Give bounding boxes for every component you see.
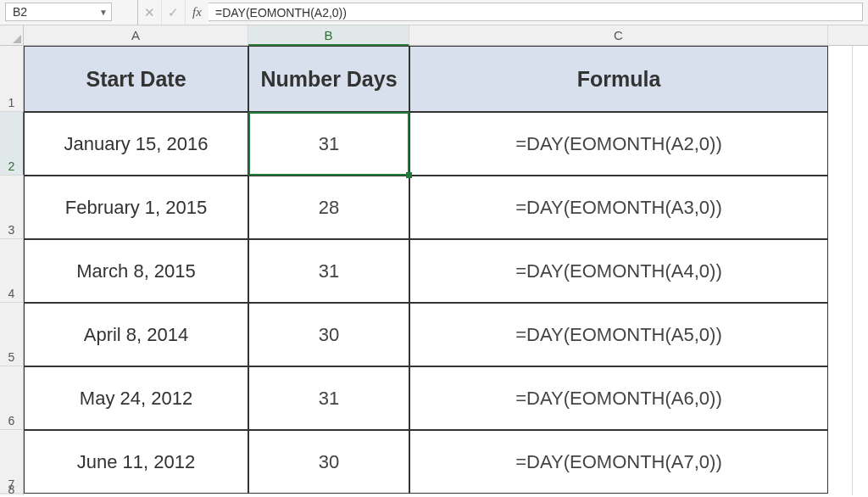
cell-A6[interactable]: May 24, 2012 bbox=[24, 366, 248, 430]
cell-C3[interactable]: =DAY(EOMONTH(A3,0)) bbox=[409, 176, 828, 239]
cell-C4[interactable]: =DAY(EOMONTH(A4,0)) bbox=[409, 239, 828, 303]
name-box-text: B2 bbox=[13, 5, 27, 19]
cell-A7[interactable]: June 11, 2012 bbox=[24, 430, 248, 494]
cells-area: Start Date Number Days Formula January 1… bbox=[24, 46, 868, 495]
row-header-4[interactable]: 4 bbox=[0, 239, 23, 303]
cell-B3[interactable]: 28 bbox=[248, 176, 409, 239]
x-icon: ✕ bbox=[144, 5, 155, 20]
cell-B5[interactable]: 30 bbox=[248, 303, 409, 366]
name-box[interactable]: B2 ▼ bbox=[5, 3, 112, 21]
row-header-3[interactable]: 3 bbox=[0, 176, 23, 239]
table-row: January 15, 2016 31 =DAY(EOMONTH(A2,0)) bbox=[24, 112, 868, 176]
table-header-row: Start Date Number Days Formula bbox=[24, 46, 868, 112]
header-formula[interactable]: Formula bbox=[409, 46, 828, 112]
chevron-down-icon[interactable]: ▼ bbox=[99, 8, 108, 17]
column-header-B[interactable]: B bbox=[248, 25, 409, 46]
cell-B7[interactable]: 30 bbox=[248, 430, 409, 494]
table-row: February 1, 2015 28 =DAY(EOMONTH(A3,0)) bbox=[24, 176, 868, 239]
cancel-formula-button[interactable]: ✕ bbox=[137, 0, 161, 25]
cell-C5[interactable]: =DAY(EOMONTH(A5,0)) bbox=[409, 303, 828, 366]
spreadsheet-grid: A B C 1 2 3 4 5 6 7 8 Start Date Number … bbox=[0, 25, 868, 495]
cell-A3[interactable]: February 1, 2015 bbox=[24, 176, 248, 239]
cell-B2[interactable]: 31 bbox=[248, 112, 409, 176]
accept-formula-button[interactable]: ✓ bbox=[161, 0, 185, 25]
header-number-days[interactable]: Number Days bbox=[248, 46, 409, 112]
table-row: March 8, 2015 31 =DAY(EOMONTH(A4,0)) bbox=[24, 239, 868, 303]
row-header-1[interactable]: 1 bbox=[0, 46, 23, 112]
row-headers: 1 2 3 4 5 6 7 8 bbox=[0, 46, 24, 495]
column-header-A[interactable]: A bbox=[24, 25, 248, 45]
table-row: June 11, 2012 30 =DAY(EOMONTH(A7,0)) bbox=[24, 430, 868, 494]
cell-B6[interactable]: 31 bbox=[248, 366, 409, 430]
row-header-2[interactable]: 2 bbox=[0, 112, 25, 176]
cell-C7[interactable]: =DAY(EOMONTH(A7,0)) bbox=[409, 430, 828, 494]
column-headers: A B C bbox=[24, 25, 868, 46]
insert-function-button[interactable]: fx bbox=[185, 0, 209, 25]
cell-C2[interactable]: =DAY(EOMONTH(A2,0)) bbox=[409, 112, 828, 176]
grid-right-edge bbox=[852, 46, 853, 495]
cell-A4[interactable]: March 8, 2015 bbox=[24, 239, 248, 303]
cell-B4[interactable]: 31 bbox=[248, 239, 409, 303]
table-row: April 8, 2014 30 =DAY(EOMONTH(A5,0)) bbox=[24, 303, 868, 366]
cell-A5[interactable]: April 8, 2014 bbox=[24, 303, 248, 366]
select-all-corner[interactable] bbox=[0, 25, 24, 46]
cell-A2[interactable]: January 15, 2016 bbox=[24, 112, 248, 176]
header-start-date[interactable]: Start Date bbox=[24, 46, 248, 112]
table-row: May 24, 2012 31 =DAY(EOMONTH(A6,0)) bbox=[24, 366, 868, 430]
row-header-6[interactable]: 6 bbox=[0, 366, 23, 430]
check-icon: ✓ bbox=[168, 5, 179, 20]
formula-input[interactable]: =DAY(EOMONTH(A2,0)) bbox=[209, 3, 863, 21]
fx-icon: fx bbox=[192, 5, 202, 20]
row-header-8[interactable]: 8 bbox=[0, 494, 23, 495]
row-header-5[interactable]: 5 bbox=[0, 303, 23, 366]
cell-C6[interactable]: =DAY(EOMONTH(A6,0)) bbox=[409, 366, 828, 430]
formula-bar: B2 ▼ ✕ ✓ fx =DAY(EOMONTH(A2,0)) bbox=[0, 0, 868, 25]
column-header-C[interactable]: C bbox=[409, 25, 828, 45]
